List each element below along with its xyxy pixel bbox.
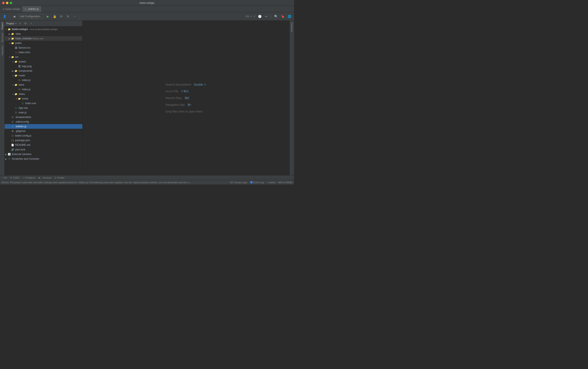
tree-readme[interactable]: 📄 README.md — [5, 143, 82, 147]
minimize-button[interactable] — [6, 2, 8, 4]
bookmark-icon[interactable]: 🔖 — [280, 13, 286, 19]
tree-arrow-views: ▾ — [11, 93, 14, 95]
tree-editorconfig[interactable]: ⚙ .editorconfig — [5, 120, 82, 124]
refresh-icon[interactable]: ↻ — [65, 13, 71, 19]
traffic-lights — [2, 2, 12, 4]
tree-gitignore[interactable]: ⚙ .gitignore — [5, 129, 82, 133]
drop-files-label: Drop files here to open them — [166, 110, 203, 113]
problems-tool-item[interactable]: ⚠ Problems — [23, 177, 35, 179]
tree-scratches[interactable]: ▶ ✏ Scratches and Consoles — [5, 157, 82, 161]
router-label: router — [19, 74, 81, 77]
profiler-tool-item[interactable]: ◎ Profiler — [54, 177, 65, 179]
views-folder-icon: 📁 — [14, 92, 18, 96]
gitignore-label: .gitignore — [15, 130, 81, 132]
git-history-icon[interactable]: 🕐 — [257, 13, 262, 19]
tree-eslintrc[interactable]: ● .eslintrc.js — [5, 124, 82, 129]
tree-assets[interactable]: ▾ 📁 assets — [5, 59, 82, 64]
home-label: home — [22, 97, 81, 100]
git-branch-item[interactable]: ⑂ master — [266, 181, 276, 184]
panel-dropdown-icon[interactable]: ▾ — [15, 22, 17, 25]
sync-icon[interactable]: ⟳ — [58, 13, 64, 19]
views-label: views — [19, 93, 81, 96]
store-folder-icon: 📁 — [14, 83, 18, 87]
event-log-label: Event Log — [253, 181, 264, 184]
tree-external-libraries[interactable]: ▶ 📊 External Libraries — [5, 152, 82, 157]
tab-eslintrc-label: .eslintrc.js — [27, 8, 39, 10]
logo-label: logo.png — [22, 65, 81, 68]
assets-label: assets — [19, 60, 81, 63]
tree-favicon[interactable]: 🖼 favicon.ico — [5, 45, 82, 50]
tree-logo[interactable]: 🖼 logo.png — [5, 64, 82, 69]
tree-babel-config[interactable]: ⬡ babel.config.js — [5, 133, 82, 138]
panel-settings-icon[interactable]: ⚙ — [23, 21, 28, 26]
js-file-icon-store: ⬡ — [18, 88, 21, 91]
tree-index-html[interactable]: ◻ index.html — [5, 50, 82, 55]
close-button[interactable] — [2, 2, 5, 4]
tree-router-index[interactable]: ⬡ index.js — [5, 78, 82, 82]
tree-root[interactable]: ▾ 📁 baidu-webgis ~/vue-projects/baidu-we… — [5, 27, 82, 31]
shortcut-search: Search Everywhere Double ⇧ — [166, 83, 206, 86]
sidebar-item-favorites[interactable]: Favorites — [0, 44, 4, 57]
tree-public[interactable]: ▾ 📁 public — [5, 41, 82, 45]
todo-tool-label: TODO — [13, 177, 20, 179]
html-file-icon: ◻ — [14, 51, 18, 54]
recent-files-key: ⌘E — [185, 96, 189, 100]
git-branch-label: master — [269, 181, 276, 184]
run-icon[interactable]: ▶ — [45, 13, 51, 19]
globe-icon[interactable]: 🌐 — [286, 13, 292, 19]
toolbar-sep-2 — [79, 14, 80, 19]
git-revert-icon[interactable]: ↩ — [263, 13, 269, 19]
sidebar-item-structure[interactable]: Structure — [0, 31, 4, 44]
panel-collapse-icon[interactable]: ≡ — [18, 21, 22, 26]
sidebar-item-project[interactable]: Project — [0, 21, 4, 31]
tab-bar: ● baidu-webgis .eslintrc.js — [0, 6, 294, 12]
add-configuration-button[interactable]: Add Configuration... — [18, 14, 44, 19]
shortcut-drop-files: Drop files here to open them — [166, 110, 203, 113]
tree-store-index[interactable]: ⬡ index.js — [5, 87, 82, 92]
tree-yarn-lock[interactable]: 🔗 yarn.lock — [5, 147, 82, 152]
tree-home[interactable]: ▾ 📁 home — [5, 96, 82, 101]
tree-package-json[interactable]: { } package.json — [5, 138, 82, 143]
todo-tool-item[interactable]: ☰ TODO — [10, 177, 20, 179]
maximize-button[interactable] — [10, 2, 12, 4]
tree-views[interactable]: ▾ 📁 views — [5, 92, 82, 96]
tab-eslintrc[interactable]: .eslintrc.js — [22, 6, 41, 12]
external-lib-icon: 📊 — [8, 152, 11, 156]
user-icon[interactable]: 👤 — [2, 13, 8, 19]
navigation-bar-label: Navigation Bar — [166, 103, 185, 106]
editor-area: Search Everywhere Double ⇧ Go to File ⇧⌘… — [83, 21, 289, 175]
tree-main-js[interactable]: ⬡ main.js — [5, 110, 82, 115]
tree-arrow-public: ▾ — [8, 42, 11, 44]
tree-store[interactable]: ▾ 📁 store — [5, 82, 82, 87]
goto-file-key: ⇧⌘O — [181, 90, 189, 93]
lock-icon[interactable]: 🔒 — [52, 13, 57, 19]
tree-idea[interactable]: ▶ 📁 .idea — [5, 31, 82, 36]
search-icon[interactable]: 🔍 — [273, 13, 279, 19]
git-tool-item[interactable]: ⑂ Git — [2, 177, 7, 179]
tree-app-vue[interactable]: ⬡ App.vue — [5, 106, 82, 110]
tree-arrow-src: ▾ — [8, 56, 11, 58]
panel-close-icon[interactable]: × — [29, 21, 33, 26]
terminal-tool-item[interactable]: ▶_ Terminal — [39, 177, 51, 179]
tree-src[interactable]: ▾ 📁 src — [5, 55, 82, 59]
back-icon[interactable]: ◀ — [11, 13, 17, 19]
git-branch-icon: ⑂ — [266, 181, 268, 184]
memory-item[interactable]: 665 of 4096M — [278, 181, 292, 184]
public-label: public — [15, 42, 81, 45]
sidebar-item-database[interactable]: Database — [290, 21, 294, 34]
title-bar: baidu-webgis — [0, 0, 294, 6]
tree-router[interactable]: ▾ 📁 router — [5, 73, 82, 78]
tree-components[interactable]: ▶ 📁 components — [5, 69, 82, 73]
node-modules-folder-icon: 📁 — [11, 37, 14, 40]
tree-home-index[interactable]: ⬡ index.vue — [5, 101, 82, 106]
tree-browserslist[interactable]: ⚙ .browserslistrc — [5, 115, 82, 120]
tree-node-modules[interactable]: ▶ 📁 node_modules library root — [5, 36, 82, 41]
problems-tool-icon: ⚠ — [23, 177, 25, 179]
more-icon[interactable]: ⋯ — [72, 13, 78, 19]
tab-project[interactable]: ● baidu-webgis — [1, 6, 22, 12]
eslint-file-icon: ● — [11, 125, 14, 128]
git-check-icon: ✓ — [250, 15, 253, 18]
vue-file-icon-app: ⬡ — [14, 106, 18, 110]
event-log-item[interactable]: 2 Event Log — [250, 181, 264, 184]
problems-tool-label: Problems — [26, 177, 35, 179]
